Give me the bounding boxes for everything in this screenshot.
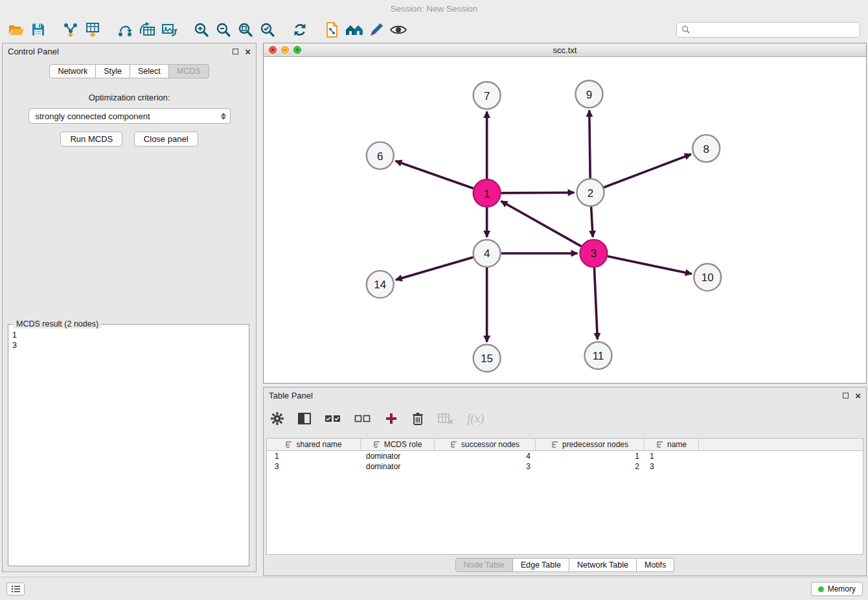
table-row[interactable]: 3 dominator 3 2 3 [267,461,863,472]
mcds-result-line: 1 [12,330,245,340]
cell-mcds-role[interactable]: dominator [361,451,435,461]
cell-shared-name[interactable]: 3 [267,461,361,472]
apply-layout-icon[interactable] [289,19,311,40]
column-header-mcds-role[interactable]: MCDS role [361,439,435,451]
tab-network-table[interactable]: Network Table [569,558,637,572]
clone-network-icon[interactable] [321,19,343,40]
close-panel-icon[interactable]: × [245,47,251,56]
cell-predecessor-nodes[interactable]: 1 [536,451,645,461]
tab-mcds[interactable]: MCDS [169,64,209,78]
column-header-successor-nodes[interactable]: successor nodes [435,439,536,451]
column-header-label: shared name [296,440,341,449]
delete-column-icon[interactable] [411,411,424,426]
graph-edge-3-11[interactable] [594,268,597,340]
graph-edge-4-14[interactable] [396,257,474,280]
network-table-glyph [139,21,155,38]
zoom-out-glyph [215,21,232,38]
close-panel-button[interactable]: Close panel [134,132,198,146]
delete-column-glyph [411,411,424,426]
graph-edge-1-2[interactable] [501,192,575,193]
graph-edge-2-8[interactable] [604,154,691,187]
zoom-fit-icon[interactable] [234,19,257,40]
graph-node-label: 11 [593,350,604,362]
deselect-all-icon[interactable] [354,413,371,424]
close-window-icon[interactable]: × [269,46,277,54]
clone-network-glyph [324,21,341,38]
import-network-icon[interactable] [60,19,82,40]
column-header-label: successor nodes [461,440,520,449]
control-panel: Control Panel × Network Style Select MCD… [2,43,257,572]
open-session-glyph [8,22,25,38]
export-image-icon[interactable] [158,19,180,40]
tab-style[interactable]: Style [96,64,130,78]
graph-node-label: 10 [702,271,714,284]
graph-edge-3-10[interactable] [608,256,692,273]
float-panel-icon[interactable] [233,49,238,54]
column-header-filler [699,439,863,451]
criterion-select[interactable]: strongly connected component [29,108,231,124]
zoom-out-icon[interactable] [212,19,234,40]
cell-predecessor-nodes[interactable]: 2 [536,461,645,472]
column-header-label: name [667,440,687,449]
zoom-selected-glyph [259,21,276,38]
column-header-predecessor-nodes[interactable]: predecessor nodes [536,439,645,451]
zoom-in-glyph [193,21,210,38]
tab-motifs[interactable]: Motifs [637,558,674,572]
import-table-icon[interactable] [82,19,104,40]
network-canvas[interactable]: 1234678910111415 [264,57,866,383]
cell-successor-nodes[interactable]: 3 [435,461,536,472]
cell-successor-nodes[interactable]: 4 [435,451,536,461]
show-columns-icon[interactable] [297,412,312,425]
select-all-icon[interactable] [325,413,341,424]
control-panel-header: Control Panel × [3,43,256,59]
table-row[interactable]: 1 dominator 4 1 1 [267,451,863,461]
save-session-icon[interactable] [27,19,49,40]
column-header-shared-name[interactable]: shared name [267,439,361,451]
graph-edge-1-6[interactable] [395,161,474,188]
column-header-name[interactable]: name [645,439,699,451]
mcds-buttons-row: Run MCDS Close panel [3,132,256,146]
network-table-icon[interactable] [136,19,158,40]
column-sort-icon [373,441,381,448]
graph-node-label: 14 [374,279,386,291]
search-container [676,22,860,38]
task-history-button[interactable] [6,583,25,595]
search-input[interactable] [676,22,860,38]
tab-node-table[interactable]: Node Table [455,558,513,572]
cell-name[interactable]: 1 [645,451,699,461]
close-table-panel-icon[interactable]: × [855,391,861,400]
tab-select[interactable]: Select [130,64,169,78]
float-table-panel-icon[interactable] [843,393,849,398]
graph-edge-3-1[interactable] [501,201,581,246]
zoom-in-icon[interactable] [190,19,212,40]
tab-edge-table[interactable]: Edge Table [513,558,569,572]
cell-shared-name[interactable]: 1 [267,451,361,461]
style-brush-icon[interactable] [365,19,387,40]
graph-node-label: 15 [481,352,493,365]
open-session-icon[interactable] [5,19,27,40]
cell-name[interactable]: 3 [645,461,699,472]
graph-node-label: 8 [703,143,709,156]
apply-layout-glyph [291,21,308,38]
column-sort-icon [551,441,559,448]
main-toolbar [0,17,868,43]
eye-glyph [389,22,407,38]
home-icon[interactable] [343,19,365,40]
cell-mcds-role[interactable]: dominator [361,461,435,472]
gear-icon[interactable] [270,411,284,426]
zoom-fit-glyph [237,21,254,38]
add-column-icon[interactable] [384,411,398,426]
minimize-window-icon[interactable]: − [281,46,289,54]
table-panel-title: Table Panel [269,391,313,400]
tab-network[interactable]: Network [49,64,96,78]
eye-icon[interactable] [387,19,409,40]
new-network-icon[interactable] [114,19,136,40]
graph-edge-2-9[interactable] [589,110,590,178]
maximize-window-icon[interactable]: + [293,46,301,54]
graph-edge-2-3[interactable] [591,207,593,237]
cell-filler [699,451,863,461]
memory-button[interactable]: Memory [811,582,863,596]
run-mcds-button[interactable]: Run MCDS [60,132,122,146]
zoom-selected-icon[interactable] [257,19,279,40]
column-header-label: predecessor nodes [562,440,628,449]
